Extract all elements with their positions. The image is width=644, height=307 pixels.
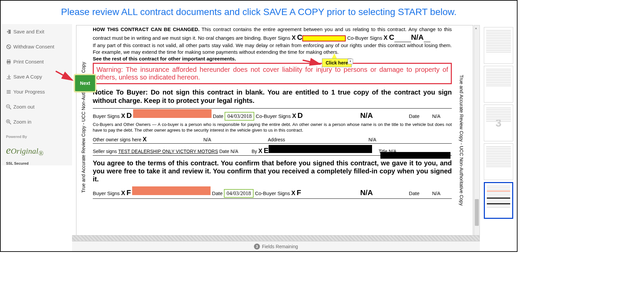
cobuyers-explain: Co-Buyers and Other Owners — A co-buyer … — [93, 122, 452, 133]
warning-text: Warning: The insurance afforded hereunde… — [96, 66, 448, 81]
thumbnail-panel: 3 — [482, 25, 515, 239]
page-thumb-1[interactable] — [484, 27, 513, 64]
svg-rect-4 — [7, 62, 10, 64]
svg-line-12 — [9, 123, 11, 124]
date-d: 04/03/2018 — [225, 112, 254, 121]
svg-line-1 — [7, 45, 10, 48]
save-exit-label: Save and Exit — [13, 29, 44, 34]
fields-remaining-count: 3 — [254, 244, 260, 250]
svg-rect-2 — [7, 60, 10, 61]
how-changed-paragraph: HOW THIS CONTRACT CAN BE CHANGED. This c… — [93, 26, 452, 42]
cobuyer-f-date-na: N/A — [432, 190, 440, 196]
sidebar: Save and Exit Withdraw Consent Print Con… — [2, 24, 72, 165]
svg-rect-7 — [7, 93, 11, 94]
zoom-in-label: Zoom in — [13, 119, 31, 125]
download-icon — [6, 74, 11, 80]
address-na: N/A — [368, 137, 376, 142]
other-owner-row: Other owner signs here X N/A Address N/A — [93, 136, 452, 144]
page-thumb-5[interactable] — [484, 182, 513, 219]
buyer-f-row: Buyer Signs X F Date 04/03/2018 Co-Buyer… — [93, 186, 452, 199]
ssl-label: SSL Secured — [2, 161, 72, 165]
svg-rect-5 — [7, 90, 11, 91]
svg-line-9 — [9, 108, 11, 109]
exit-icon — [6, 29, 11, 34]
zoom-out-label: Zoom out — [13, 104, 34, 110]
zoom-in[interactable]: Zoom in — [2, 114, 72, 129]
ban-icon — [6, 44, 11, 49]
your-progress[interactable]: Your Progress — [2, 84, 72, 99]
list-icon — [6, 89, 11, 95]
seller-name: TEST DEALERSHIP ONLY VICTORY MOTORS — [118, 149, 218, 154]
watermark-right: True and Accurate Review Copy - UCC Non-… — [457, 57, 464, 224]
address-redacted — [380, 152, 450, 159]
svg-rect-6 — [7, 92, 11, 92]
zoom-in-icon — [6, 119, 11, 125]
cobuyer-f-na: N/A — [360, 188, 373, 197]
arrow-red-to-next — [54, 68, 77, 85]
next-button[interactable]: Next — [75, 75, 95, 91]
withdraw-label: Withdraw Consent — [13, 44, 54, 49]
progress-label: Your Progress — [13, 89, 45, 95]
contract-content: HOW THIS CONTRACT CAN BE CHANGED. This c… — [93, 26, 452, 199]
svg-line-15 — [56, 71, 72, 80]
print-icon — [6, 59, 11, 64]
seller-date-na: N/A — [231, 149, 238, 154]
print-consent[interactable]: Print Consent — [2, 54, 72, 69]
horizontal-scrollbar[interactable] — [72, 235, 480, 241]
fields-remaining-label: Fields Remaining — [262, 244, 298, 249]
zoom-out-icon — [6, 104, 11, 110]
cobuyer-d-date-na: N/A — [432, 113, 440, 119]
buyer-sign-f-field[interactable] — [132, 186, 211, 195]
save-copy-label: Save A Copy — [13, 74, 42, 80]
click-here-close[interactable]: × — [348, 59, 353, 64]
click-here-tooltip[interactable]: Click here — [322, 58, 352, 67]
page-thumb-2[interactable] — [484, 66, 513, 103]
zoom-out[interactable]: Zoom out — [2, 99, 72, 114]
warning-box: Warning: The insurance afforded hereunde… — [93, 63, 452, 84]
buyer-sign-c-field[interactable] — [302, 35, 346, 41]
print-label: Print Consent — [13, 59, 44, 64]
eoriginal-logo: eOriginal® — [2, 144, 72, 161]
arrow-red-to-clickhere — [302, 57, 325, 67]
other-owner-na: N/A — [203, 137, 211, 142]
if-any-paragraph: If any part of this contract is not vali… — [93, 42, 452, 55]
cobuyer-d-na: N/A — [360, 111, 373, 120]
agree-paragraph: You agree to the terms of this contract.… — [93, 159, 452, 183]
page-thumb-3[interactable]: 3 — [484, 105, 513, 141]
by-redacted — [269, 145, 372, 153]
see-rest: See the rest of this contract for other … — [93, 56, 452, 61]
buyer-sign-d-field[interactable] — [133, 109, 212, 118]
withdraw-consent[interactable]: Withdraw Consent — [2, 39, 72, 54]
review-banner: Please review ALL contract documents and… — [0, 7, 518, 17]
date-f: 04/03/2018 — [224, 189, 254, 198]
powered-by-label: Powered By — [2, 129, 72, 144]
page-thumb-4[interactable] — [484, 143, 513, 180]
click-here-pointer — [332, 53, 337, 59]
scroll-thumb[interactable] — [475, 199, 479, 226]
vertical-scrollbar[interactable]: ▴ ▾ — [474, 25, 480, 239]
cobuyer-c-na: N/A — [411, 33, 424, 41]
save-and-exit[interactable]: Save and Exit — [2, 24, 72, 39]
footer-bar: 3 Fields Remaining — [72, 241, 480, 251]
notice-to-buyer: Notice To Buyer: Do not sign this contra… — [93, 88, 452, 105]
how-heading: HOW THIS CONTRACT CAN BE CHANGED. — [93, 26, 200, 32]
scroll-up-icon[interactable]: ▴ — [475, 26, 478, 29]
svg-line-16 — [303, 60, 320, 64]
buyer-d-row: Buyer Signs X D Date 04/03/2018 Co-Buyer… — [93, 108, 452, 121]
